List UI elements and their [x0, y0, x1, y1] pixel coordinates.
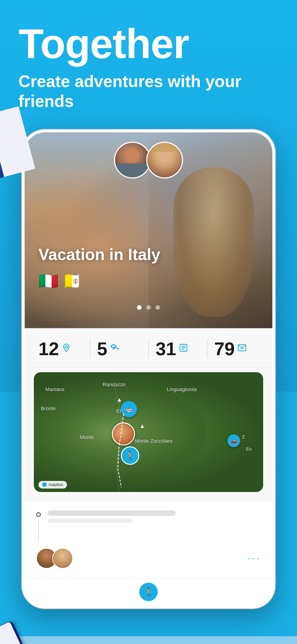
- peak-marker-1: ▲: [116, 396, 122, 403]
- bottom-tab-hiker-icon[interactable]: 🚶: [139, 583, 158, 601]
- bottom-scenic-area: [0, 636, 297, 644]
- stat-number-notes: 31: [156, 340, 176, 358]
- map-container[interactable]: Maniace Randazzo Linguaglossa Bronte Etr…: [34, 372, 263, 492]
- hero-subtitle: Create adventures with yourfriends: [18, 72, 278, 111]
- stat-places: 12: [38, 340, 90, 358]
- user-photo-woman: [52, 548, 73, 569]
- dot-3: [156, 305, 160, 310]
- mapbox-text: mapbox: [48, 482, 63, 487]
- content-wrapper: Together Create adventures with yourfrie…: [0, 0, 297, 644]
- svg-point-6: [241, 347, 243, 349]
- stat-number-routes: 5: [97, 340, 108, 358]
- dot-2: [146, 305, 151, 310]
- bottom-spacer: [18, 608, 278, 636]
- activity-item: [36, 510, 261, 541]
- more-options[interactable]: ···: [248, 553, 261, 564]
- route-icon: [110, 343, 119, 355]
- activity-section: ···: [25, 501, 272, 578]
- flag-italy: 🇮🇹: [38, 273, 58, 289]
- stat-notes: 31: [156, 340, 208, 358]
- label-z: Z: [242, 434, 245, 440]
- activity-pin: [36, 510, 41, 541]
- phone-mockup: Vacation in Italy 🇮🇹 🇻🇦 12: [22, 130, 275, 608]
- stat-photos: 79: [214, 340, 259, 358]
- label-randazzo: Randazzo: [103, 382, 126, 388]
- avatar-woman: [146, 142, 183, 178]
- map-section: Maniace Randazzo Linguaglossa Bronte Etr…: [25, 368, 272, 501]
- hero-title: Together: [18, 23, 278, 64]
- user-photos-row: ···: [36, 548, 261, 569]
- notes-icon: [179, 343, 188, 355]
- map-pin-photo[interactable]: [112, 422, 135, 446]
- activity-title-bar: [48, 510, 176, 516]
- stat-number-places: 12: [38, 340, 59, 358]
- photo-section: Vacation in Italy 🇮🇹 🇻🇦: [25, 132, 272, 328]
- photos-icon: [237, 343, 246, 355]
- stat-routes: 5: [97, 340, 149, 358]
- phone-frame: Vacation in Italy 🇮🇹 🇻🇦 12: [22, 130, 275, 608]
- hat-decoration: [173, 167, 254, 317]
- label-monte-zoccolaro: Monte Zoccolaro: [135, 438, 172, 444]
- dots-indicator: [137, 305, 160, 310]
- map-pin-bus[interactable]: 🚌: [121, 401, 137, 417]
- vacation-title: Vacation in Italy: [38, 245, 160, 264]
- label-maniace: Maniace: [45, 386, 64, 392]
- stat-number-photos: 79: [214, 340, 235, 358]
- stats-section: 12 5: [25, 328, 272, 368]
- svg-rect-10: [0, 636, 297, 644]
- activity-content: [48, 510, 261, 523]
- bottom-tab-bar: 🚶: [25, 578, 272, 606]
- terrain-overlay: [34, 372, 263, 492]
- mapbox-credit: mapbox: [38, 481, 67, 488]
- flag-vatican: 🇻🇦: [62, 273, 82, 289]
- avatars-row: [114, 142, 183, 178]
- mapbox-logo-icon: [42, 482, 47, 487]
- label-bronte: Bronte: [41, 406, 56, 412]
- activity-subtitle-bar: [48, 519, 133, 523]
- flags-row: 🇮🇹 🇻🇦: [38, 273, 82, 289]
- svg-point-0: [65, 346, 68, 348]
- avatar-man: [114, 142, 151, 178]
- label-linguaglossa: Linguaglossa: [167, 386, 197, 392]
- place-icon: [62, 343, 71, 355]
- mountain-shapes: [0, 636, 297, 644]
- peak-marker-2: ▲: [139, 422, 145, 430]
- label-monte: Monte: [80, 434, 94, 440]
- dot-1: [137, 305, 142, 310]
- label-eu: Eu: [246, 446, 252, 452]
